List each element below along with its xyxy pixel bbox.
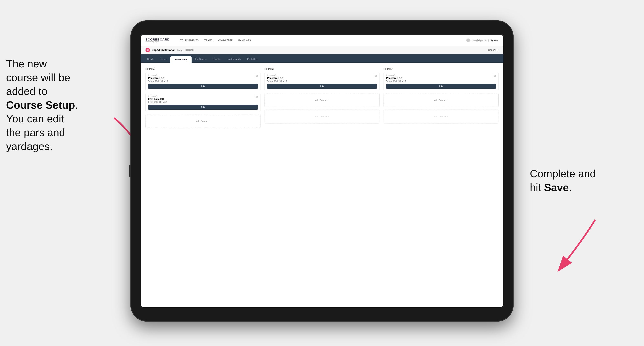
round3-course-a-delete-icon[interactable]: ⊟ bbox=[493, 74, 496, 77]
round3-add-course-button[interactable]: Add Course + bbox=[384, 93, 498, 107]
round3-add-course-disabled-button: Add Course + bbox=[384, 109, 498, 124]
annotation-line1: The new bbox=[6, 58, 47, 70]
nav-rankings[interactable]: RANKINGS bbox=[238, 39, 251, 41]
round-3-column: Round 3 ⊟ (Course A) Peachtree GC Yellow… bbox=[384, 68, 498, 130]
annotation-right-bold: Save bbox=[544, 181, 568, 193]
tablet-shell: SCOREBOARD Powered by clippd TOURNAMENTS… bbox=[130, 20, 514, 322]
sub-header: C Clippd Invitational (Men) Hosting Canc… bbox=[140, 46, 504, 54]
round1-course-a-delete-icon[interactable]: ⊟ bbox=[255, 74, 258, 77]
annotation-line6: the pars and bbox=[6, 127, 65, 138]
top-nav-links: TOURNAMENTS TEAMS COMMITTEE RANKINGS bbox=[180, 39, 460, 41]
annotation-left: The new course will be added to Course S… bbox=[6, 57, 120, 153]
tab-leaderboards[interactable]: Leaderboards bbox=[224, 56, 244, 63]
round3-course-a-name: Peachtree GC bbox=[386, 77, 496, 80]
round2-add-course-disabled-button: Add Course + bbox=[264, 109, 380, 124]
top-nav: SCOREBOARD Powered by clippd TOURNAMENTS… bbox=[140, 35, 504, 46]
round1-course-a-edit-button[interactable]: Edit bbox=[148, 84, 258, 89]
tab-teams[interactable]: Teams bbox=[157, 56, 170, 63]
round1-add-course-button[interactable]: Add Course + bbox=[146, 114, 260, 128]
round1-add-course-label: Add Course + bbox=[196, 120, 210, 122]
logo-main: SCOREBOARD bbox=[146, 38, 170, 41]
round3-add-course-label: Add Course + bbox=[434, 99, 448, 101]
arrow-right-icon bbox=[534, 216, 603, 277]
tournament-title: C Clippd Invitational (Men) Hosting bbox=[146, 48, 194, 52]
tab-printables[interactable]: Printables bbox=[244, 56, 260, 63]
hosting-badge: Hosting bbox=[185, 49, 194, 51]
tab-details[interactable]: Details bbox=[144, 56, 157, 63]
nav-teams[interactable]: TEAMS bbox=[204, 39, 212, 41]
main-content: Round 1 ⊟ (Course A) Peachtree GC Yellow… bbox=[140, 63, 504, 307]
rounds-grid: Round 1 ⊟ (Course A) Peachtree GC Yellow… bbox=[146, 68, 498, 130]
round1-course-b-card: ⊟ (Course B) East Lake GC Black (M) (689… bbox=[146, 93, 260, 112]
round3-course-a-info: Yellow (M) (6629 yds) bbox=[386, 80, 496, 82]
round-3-label: Round 3 bbox=[384, 68, 498, 70]
round2-course-a-badge: (Course A) bbox=[267, 74, 377, 76]
c-logo-icon: C bbox=[146, 48, 150, 52]
user-avatar bbox=[466, 38, 470, 42]
round-2-label: Round 2 bbox=[264, 68, 380, 70]
round1-course-a-name: Peachtree GC bbox=[148, 77, 258, 80]
annotation-right: Complete and hit Save. bbox=[530, 167, 632, 194]
tablet-screen: SCOREBOARD Powered by clippd TOURNAMENTS… bbox=[140, 35, 504, 307]
round2-add-course-disabled-label: Add Course + bbox=[315, 115, 329, 118]
top-nav-right: blair@clippd.io | Sign out bbox=[466, 38, 498, 42]
tab-bar: Details Teams Course Setup Tee Groups Re… bbox=[140, 54, 504, 63]
annotation-right-line2: hit bbox=[530, 181, 544, 193]
tournament-gender: (Men) bbox=[177, 49, 182, 51]
tab-tee-groups[interactable]: Tee Groups bbox=[192, 56, 210, 63]
round-1-column: Round 1 ⊟ (Course A) Peachtree GC Yellow… bbox=[146, 68, 260, 130]
logo-sub: Powered by clippd bbox=[146, 41, 170, 42]
round2-course-a-delete-icon[interactable]: ⊟ bbox=[374, 74, 377, 77]
tab-course-setup[interactable]: Course Setup bbox=[170, 56, 192, 63]
round2-course-a-card: ⊟ (Course A) Peachtree GC Yellow (M) (66… bbox=[264, 72, 380, 91]
annotation-line4-bold: Course Setup bbox=[6, 99, 75, 111]
round-1-label: Round 1 bbox=[146, 68, 260, 70]
round1-course-a-info: Yellow (M) (6629 yds) bbox=[148, 80, 258, 82]
round1-course-a-card: ⊟ (Course A) Peachtree GC Yellow (M) (66… bbox=[146, 72, 260, 91]
round1-course-b-name: East Lake GC bbox=[148, 98, 258, 101]
annotation-line5: You can edit bbox=[6, 113, 64, 125]
round3-add-course-disabled-label: Add Course + bbox=[434, 115, 448, 118]
round2-course-a-name: Peachtree GC bbox=[267, 77, 377, 80]
annotation-line2: course will be bbox=[6, 72, 70, 83]
annotation-line3: added to bbox=[6, 85, 47, 97]
round3-course-a-badge: (Course A) bbox=[386, 74, 496, 76]
round1-course-b-info: Black (M) (6891 yds) bbox=[148, 101, 258, 103]
cancel-icon: ✕ bbox=[496, 49, 498, 51]
round2-course-a-info: Yellow (M) (6629 yds) bbox=[267, 80, 377, 82]
cancel-button[interactable]: Cancel ✕ bbox=[488, 49, 498, 51]
nav-committee[interactable]: COMMITTEE bbox=[218, 39, 233, 41]
sign-out-link[interactable]: Sign out bbox=[490, 39, 498, 41]
round1-course-a-badge: (Course A) bbox=[148, 74, 258, 76]
round3-course-a-card: ⊟ (Course A) Peachtree GC Yellow (M) (66… bbox=[384, 72, 498, 91]
round3-course-a-edit-button[interactable]: Edit bbox=[386, 84, 496, 89]
round1-course-b-delete-icon[interactable]: ⊟ bbox=[255, 95, 258, 98]
scoreboard-logo: SCOREBOARD Powered by clippd bbox=[146, 38, 170, 42]
round-2-column: Round 2 ⊟ (Course A) Peachtree GC Yellow… bbox=[264, 68, 380, 130]
annotation-right-line1: Complete and bbox=[530, 168, 596, 179]
tab-results[interactable]: Results bbox=[210, 56, 224, 63]
annotation-line7: yardages. bbox=[6, 141, 52, 152]
round2-add-course-button[interactable]: Add Course + bbox=[264, 93, 380, 107]
round2-course-a-edit-button[interactable]: Edit bbox=[267, 84, 377, 89]
nav-tournaments[interactable]: TOURNAMENTS bbox=[180, 39, 198, 41]
user-email: blair@clippd.io bbox=[472, 39, 486, 41]
round1-course-b-edit-button[interactable]: Edit bbox=[148, 105, 258, 110]
tournament-name: Clippd Invitational bbox=[152, 48, 175, 51]
round2-add-course-label: Add Course + bbox=[315, 99, 329, 101]
cancel-label: Cancel bbox=[488, 49, 496, 51]
round1-course-b-badge: (Course B) bbox=[148, 95, 258, 97]
nav-separator: | bbox=[488, 39, 489, 41]
